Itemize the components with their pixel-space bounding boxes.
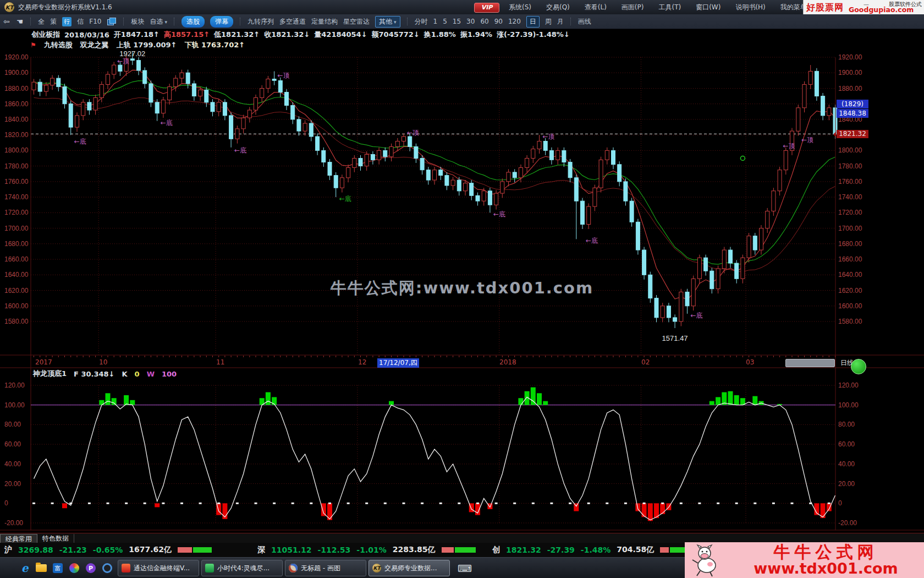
toolbar-item-月[interactable]: 月 — [557, 17, 564, 26]
indicator-token: 九转选股 — [44, 40, 73, 50]
gauge-green-segment — [455, 547, 476, 553]
chevron-down-icon: ▾ — [164, 19, 167, 25]
menu-item[interactable]: 系统(S) — [509, 3, 531, 12]
toolbar-item-周[interactable]: 周 — [545, 17, 552, 26]
menu-bar: 系统(S)交易(Q)查看(L)画面(P)工具(T)窗口(W)说明书(H)我的菜单 — [509, 0, 807, 14]
menu-item[interactable]: 窗口(W) — [696, 3, 721, 12]
toolbar-item-九转序列[interactable]: 九转序列 — [248, 17, 274, 26]
selected-date-label: 17/12/07,四 — [377, 358, 419, 368]
ohlc-token: 收1821.32↓ — [264, 30, 310, 40]
svg-text:←底: ←底 — [74, 138, 86, 145]
top-ad-banner[interactable]: — 股票软件公式 好股票网 Goodgupiao.com — [803, 0, 924, 14]
svg-text:←顶: ←顶 — [278, 72, 290, 79]
date-label: 11 — [216, 358, 224, 366]
toolbar-item-信[interactable]: 信 — [77, 17, 84, 26]
toolbar-item-选股[interactable]: 选股 — [182, 16, 205, 28]
toolbar-item-画线[interactable]: 画线 — [578, 17, 591, 26]
toolbar-item-全[interactable]: 全 — [38, 17, 45, 26]
toolbar-item-板块[interactable]: 板块 — [131, 17, 144, 26]
taskbar-button[interactable]: 通达信金融终端V... — [118, 560, 199, 576]
toolbar-item-弹幕[interactable]: 弹幕 — [210, 16, 233, 28]
kt-icon: KT — [372, 564, 381, 572]
toolbar-item-15[interactable]: 15 — [453, 18, 461, 25]
pinwheel-icon[interactable] — [67, 560, 82, 576]
keyboard-icon[interactable]: ⌨ — [458, 563, 472, 574]
svg-text:←顶: ←顶 — [783, 142, 795, 150]
app-logo-icon: KT — [4, 2, 14, 12]
separator — [123, 18, 124, 25]
menu-item[interactable]: 工具(T) — [658, 3, 681, 12]
toolbar-item-30[interactable]: 30 — [466, 18, 475, 25]
taskbar-button[interactable]: 无标题 - 画图 — [285, 560, 366, 576]
separator — [174, 18, 175, 25]
app-p-icon[interactable]: P — [83, 560, 98, 576]
toolbar-item-F10[interactable]: F10 — [89, 18, 101, 25]
svg-text:1740.00: 1740.00 — [4, 193, 29, 201]
folder-icon[interactable] — [34, 560, 49, 576]
vip-button[interactable]: VIP — [474, 3, 499, 13]
toolbar-item-5[interactable]: 5 — [443, 18, 447, 25]
toolbar-item-1[interactable]: 1 — [433, 18, 438, 25]
toolbar-item-定量结构[interactable]: 定量结构 — [311, 17, 338, 26]
banner-bottom-text: 牛牛公式网 www.tdx001.com — [728, 544, 924, 577]
bottom-ad-banner[interactable]: 牛牛公式网 www.tdx001.com — [685, 542, 924, 578]
status-value: -1.01% — [356, 546, 386, 554]
menu-item[interactable]: 画面(P) — [622, 3, 644, 12]
status-value: 沪 — [4, 545, 12, 555]
taskbar-button[interactable]: 小时代4:灵魂尽... — [201, 560, 283, 576]
taskbar-button[interactable]: KT交易师专业数据... — [369, 560, 450, 576]
toolbar-item-日[interactable]: 日 — [526, 16, 540, 28]
toolbar-item-120[interactable]: 120 — [508, 18, 521, 25]
edge-icon[interactable]: e — [17, 560, 32, 576]
title-bar: KT 交易师专业数据分析系统V1.1.6 VIP 系统(S)交易(Q)查看(L)… — [0, 0, 924, 14]
toolbar-item-多空通道[interactable]: 多空通道 — [279, 17, 306, 26]
ohlc-token: 创业板指 — [31, 30, 60, 40]
hand-icon[interactable]: ☚ — [16, 17, 24, 26]
menu-item[interactable]: 查看(L) — [585, 3, 607, 12]
svg-text:1800.00: 1800.00 — [838, 146, 862, 154]
paint-icon — [289, 564, 298, 572]
sub-indicator-token: 神龙顶底1 — [33, 369, 67, 379]
date-label: 2018 — [499, 358, 516, 366]
ohlc-token: 开1847.18↑ — [114, 30, 160, 40]
advance-decline-gauge — [178, 547, 212, 553]
status-value: -21.23 — [59, 546, 87, 554]
toolbar-item-60[interactable]: 60 — [480, 18, 488, 25]
svg-text:1571.47: 1571.47 — [662, 334, 688, 342]
separator — [240, 18, 241, 25]
svg-text:100.00: 100.00 — [4, 401, 25, 409]
trading-terminal: { "window": { "title": "交易师专业数据分析系统V1.1.… — [0, 0, 924, 578]
sub-indicator-token: K — [122, 370, 128, 378]
menu-item[interactable]: 说明书(H) — [735, 3, 765, 12]
tab-经典常用[interactable]: 经典常用 — [0, 534, 37, 543]
svg-text:1900.00: 1900.00 — [838, 69, 862, 77]
app-fuyi-icon[interactable]: 富 — [50, 560, 65, 576]
start-icon — [3, 563, 13, 573]
svg-text:←顶: ←顶 — [407, 129, 419, 137]
svg-text:1640.00: 1640.00 — [4, 271, 29, 279]
horizontal-scrollbar-thumb[interactable] — [785, 359, 835, 367]
sub-indicator-header: 神龙顶底1F 30.348↓K0W100 — [33, 369, 177, 379]
toolbar-item-策[interactable]: 策 — [50, 17, 57, 26]
svg-text:1800.00: 1800.00 — [4, 146, 29, 154]
sub-indicator-token: F 30.348↓ — [74, 370, 114, 378]
toolbar-item-分时[interactable]: 分时 — [415, 17, 428, 26]
toolbar-item-行[interactable]: 行 — [62, 17, 72, 26]
toolbar-item-其他[interactable]: 其他▾ — [375, 16, 400, 28]
svg-text:100.00: 100.00 — [838, 401, 859, 409]
start-icon[interactable] — [1, 560, 16, 576]
layers-icon[interactable] — [107, 18, 116, 25]
toolbar-item-自选[interactable]: 自选▾ — [150, 17, 167, 26]
menu-item[interactable]: 交易(Q) — [546, 3, 570, 12]
date-label: 2017 — [35, 358, 52, 366]
ring-icon[interactable] — [100, 560, 115, 576]
toolbar-item-90[interactable]: 90 — [494, 18, 503, 25]
floating-green-badge[interactable] — [851, 359, 866, 374]
svg-text:1620.00: 1620.00 — [4, 287, 29, 295]
status-value: -112.53 — [318, 546, 351, 554]
back-icon[interactable]: ⇦ — [3, 17, 10, 26]
toolbar-item-星空雷达[interactable]: 星空雷达 — [343, 17, 370, 26]
tab-特色数据[interactable]: 特色数据 — [37, 534, 74, 543]
svg-text:1580.00: 1580.00 — [4, 318, 29, 325]
separator — [30, 18, 31, 25]
